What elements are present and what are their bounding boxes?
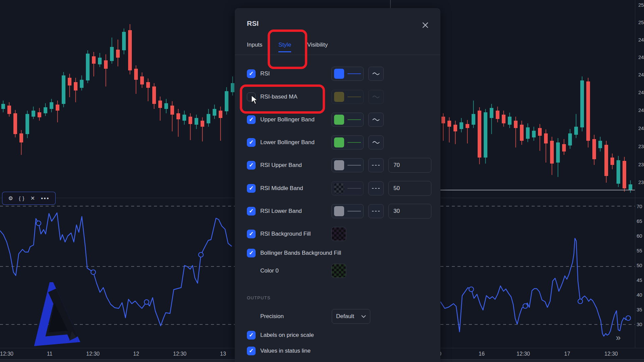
smooth-line-icon (372, 140, 380, 145)
color-swatch (334, 137, 344, 147)
candle (189, 117, 192, 124)
checkbox-checked[interactable] (247, 161, 256, 170)
option-row-values-in-status-line: Values in status line (235, 342, 440, 360)
color-swatch (334, 183, 344, 193)
color-line-button[interactable] (331, 204, 364, 218)
tab-visibility[interactable]: Visibility (307, 39, 328, 52)
line-preview (347, 211, 361, 212)
price-axis-label: 25 (638, 19, 644, 25)
braces-icon[interactable]: { } (19, 196, 24, 201)
color-line-button[interactable] (331, 181, 364, 195)
close-icon[interactable]: ✕ (31, 196, 35, 201)
checkbox-checked[interactable] (247, 347, 256, 355)
dashed-line-icon (372, 187, 380, 189)
precision-dropdown[interactable]: Default (332, 309, 370, 324)
line-style-button[interactable] (368, 67, 384, 81)
level-value-input[interactable]: 70 (388, 158, 431, 173)
candle (110, 47, 114, 61)
gear-icon[interactable]: ⚙ (8, 196, 13, 201)
line-style-button[interactable] (368, 181, 384, 195)
rsi-point-marker (144, 300, 149, 304)
row-label: RSI Background Fill (260, 231, 311, 237)
price-axis-label: 24 (638, 125, 644, 131)
level-value-input[interactable]: 50 (388, 181, 431, 196)
candle (514, 121, 518, 128)
candle (13, 113, 17, 134)
style-row-rsi-lower-band: RSI Lower Band30 (235, 200, 440, 223)
checkbox-checked[interactable] (247, 184, 256, 193)
row-label: Upper Bollinger Band (260, 116, 315, 123)
line-style-button[interactable] (368, 90, 384, 104)
price-axis-label: 24 (638, 89, 644, 95)
line-style-button[interactable] (368, 204, 384, 218)
rsi-axis-label: 65 (637, 218, 642, 224)
time-axis-label: 12:30 (0, 351, 13, 357)
row-label: RSI (260, 70, 270, 77)
color-line-button[interactable] (331, 67, 364, 81)
line-style-button[interactable] (368, 135, 384, 149)
price-chart-left[interactable] (0, 0, 235, 198)
smooth-line-icon (372, 71, 380, 76)
color-line-button[interactable] (331, 113, 364, 127)
candle (62, 75, 65, 104)
row-label: RSI Lower Band (260, 208, 302, 215)
checkbox-checked[interactable] (247, 115, 256, 124)
line-preview (347, 73, 361, 74)
candle (598, 141, 602, 148)
candle (25, 114, 29, 134)
price-axis-label: 25 (638, 2, 644, 8)
time-axis-label: 11 (47, 351, 53, 357)
rsi-point-marker (523, 304, 528, 308)
smooth-line-icon (372, 95, 380, 99)
time-axis-label: 12 (133, 351, 139, 357)
more-icon[interactable]: ●●● (41, 196, 50, 200)
candle (80, 80, 84, 88)
collapse-scale-button[interactable]: » (616, 333, 621, 343)
time-axis-label: 16 (479, 351, 485, 357)
color-swatch (334, 206, 344, 216)
fill-color-button[interactable] (331, 227, 346, 241)
candle (604, 145, 608, 176)
outputs-section-label: OUTPUTS (247, 295, 271, 300)
rsi-pane-right[interactable] (440, 198, 635, 348)
time-axis-label: 12:30 (517, 351, 530, 357)
row-label: RSI Middle Band (260, 185, 303, 192)
candle (496, 111, 499, 119)
option-label: Values in status line (260, 348, 311, 354)
style-row-rsi-upper-band: RSI Upper Band70 (235, 154, 440, 177)
level-value-input[interactable]: 30 (388, 204, 431, 219)
color-line-button[interactable] (331, 158, 364, 172)
candle (140, 76, 144, 84)
close-icon[interactable] (420, 20, 430, 30)
candle (502, 115, 505, 123)
checkbox-checked[interactable] (247, 230, 256, 238)
checkbox-checked[interactable] (247, 331, 256, 340)
candle (38, 112, 41, 117)
candle (568, 133, 572, 145)
checkbox-checked[interactable] (247, 138, 256, 147)
rsi-axis-label: 35 (637, 307, 642, 312)
color-swatch (334, 115, 344, 125)
precision-label: Precision (260, 313, 284, 320)
price-chart-right[interactable] (440, 0, 635, 198)
candle (170, 106, 174, 115)
candle (478, 111, 481, 158)
line-style-button[interactable] (368, 158, 384, 172)
candle (550, 141, 554, 164)
checkbox-checked[interactable] (247, 69, 256, 78)
indicator-toolbar[interactable]: ⚙{ }✕●●● (2, 192, 56, 205)
tab-inputs[interactable]: Inputs (247, 39, 262, 52)
price-scale-separator (635, 0, 635, 348)
broker-logo (28, 282, 81, 348)
color-line-button[interactable] (331, 135, 364, 149)
candle (116, 50, 120, 58)
fill-color-button[interactable] (331, 264, 346, 278)
rsi-point-marker (91, 270, 96, 275)
color-line-button[interactable] (331, 90, 364, 104)
line-style-button[interactable] (368, 113, 384, 127)
checkbox-checked[interactable] (247, 249, 256, 257)
candle (213, 109, 216, 116)
candle (50, 102, 53, 109)
candle (98, 58, 102, 64)
checkbox-checked[interactable] (247, 207, 256, 216)
